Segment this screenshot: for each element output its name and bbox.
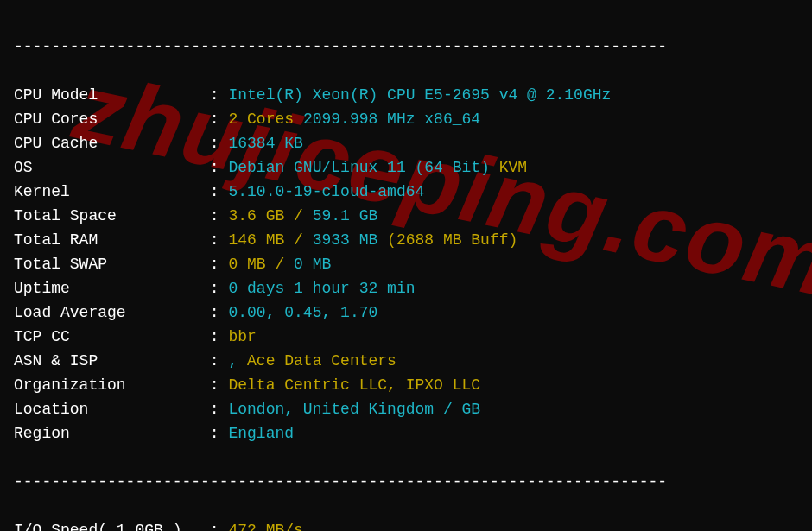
colon-separator: :	[210, 352, 229, 370]
sysinfo-value: London, United Kingdom / GB	[228, 401, 480, 418]
sysinfo-row: Kernel : 5.10.0-19-cloud-amd64	[14, 180, 798, 204]
colon-separator: :	[210, 111, 229, 128]
colon-separator: :	[210, 183, 229, 200]
sysinfo-value: 3933 MB	[313, 231, 387, 249]
iospeed-value: 472 MB/s	[228, 522, 302, 531]
colon-separator: :	[210, 86, 229, 104]
sysinfo-row: Location : London, United Kingdom / GB	[14, 397, 798, 421]
sysinfo-value: 0.00, 0.45, 1.70	[228, 304, 377, 321]
colon-separator: :	[210, 256, 229, 273]
sysinfo-label: Organization	[14, 376, 210, 394]
sysinfo-row: Total RAM : 146 MB / 3933 MB (2688 MB Bu…	[14, 228, 798, 252]
sysinfo-value: 0 days 1 hour 32 min	[228, 280, 415, 297]
iospeed-label: I/O Speed( 1.0GB )	[14, 522, 210, 531]
sysinfo-value: 59.1 GB	[313, 207, 378, 224]
colon-separator: :	[210, 159, 229, 176]
sysinfo-label: CPU Model	[14, 86, 210, 104]
sysinfo-row: CPU Model : Intel(R) Xeon(R) CPU E5-2695…	[14, 83, 798, 107]
sysinfo-label: ASN & ISP	[14, 352, 210, 370]
colon-separator: :	[210, 401, 229, 418]
sysinfo-value: Debian GNU/Linux 11 (64 Bit)	[228, 159, 498, 176]
sysinfo-row: ASN & ISP : , Ace Data Centers	[14, 349, 798, 373]
sysinfo-value: 0 MB	[294, 256, 331, 273]
sysinfo-value: 146 MB /	[228, 231, 312, 249]
colon-separator: :	[210, 207, 229, 224]
sysinfo-label: Kernel	[14, 183, 210, 200]
sysinfo-value: ,	[228, 352, 247, 370]
sysinfo-row: CPU Cache : 16384 KB	[14, 131, 798, 155]
terminal-output: ----------------------------------------…	[0, 0, 812, 531]
sysinfo-value: 5.10.0-19-cloud-amd64	[228, 183, 424, 200]
sysinfo-value: 3.6 GB /	[228, 207, 312, 224]
sysinfo-value: 0 MB /	[228, 256, 294, 273]
sysinfo-label: Total RAM	[14, 231, 210, 249]
colon-separator: :	[210, 135, 229, 152]
sysinfo-value: Intel(R) Xeon(R) CPU E5-2695 v4 @ 2.10GH…	[228, 86, 611, 104]
sysinfo-value: KVM	[499, 159, 527, 176]
sysinfo-value: 2099.998 MHz x86_64	[303, 111, 480, 128]
divider-top: ----------------------------------------…	[14, 35, 798, 59]
colon-separator: :	[210, 231, 229, 249]
io-speed-block: I/O Speed( 1.0GB ) : 472 MB/sI/O Speed( …	[14, 518, 798, 531]
sysinfo-value: Delta Centric LLC, IPXO LLC	[228, 376, 480, 394]
sysinfo-row: Load Average : 0.00, 0.45, 1.70	[14, 300, 798, 325]
sysinfo-label: CPU Cache	[14, 135, 210, 152]
sysinfo-row: Region : England	[14, 421, 798, 446]
sysinfo-label: Uptime	[14, 280, 210, 297]
system-info-block: CPU Model : Intel(R) Xeon(R) CPU E5-2695…	[14, 83, 798, 446]
sysinfo-row: Total SWAP : 0 MB / 0 MB	[14, 252, 798, 276]
sysinfo-label: Location	[14, 401, 210, 418]
sysinfo-row: Organization : Delta Centric LLC, IPXO L…	[14, 373, 798, 397]
sysinfo-row: OS : Debian GNU/Linux 11 (64 Bit) KVM	[14, 155, 798, 180]
sysinfo-label: TCP CC	[14, 328, 210, 345]
sysinfo-value: Ace Data Centers	[247, 352, 396, 370]
divider-mid: ----------------------------------------…	[14, 470, 798, 494]
sysinfo-label: CPU Cores	[14, 111, 210, 128]
sysinfo-label: Region	[14, 425, 210, 442]
colon-separator: :	[210, 376, 229, 394]
sysinfo-row: TCP CC : bbr	[14, 325, 798, 349]
colon-separator: :	[210, 425, 229, 442]
colon-separator: :	[210, 522, 229, 531]
sysinfo-value: 2 Cores	[228, 111, 302, 128]
sysinfo-label: Load Average	[14, 304, 210, 321]
sysinfo-value: (2688 MB Buff)	[387, 231, 517, 249]
sysinfo-label: Total Space	[14, 207, 210, 224]
sysinfo-label: OS	[14, 159, 210, 176]
sysinfo-row: CPU Cores : 2 Cores 2099.998 MHz x86_64	[14, 107, 798, 131]
sysinfo-row: Total Space : 3.6 GB / 59.1 GB	[14, 204, 798, 228]
colon-separator: :	[210, 280, 229, 297]
sysinfo-value: 16384 KB	[228, 135, 302, 152]
sysinfo-label: Total SWAP	[14, 256, 210, 273]
sysinfo-value: England	[228, 425, 294, 442]
sysinfo-value: bbr	[228, 328, 256, 345]
sysinfo-row: Uptime : 0 days 1 hour 32 min	[14, 276, 798, 300]
iospeed-row: I/O Speed( 1.0GB ) : 472 MB/s	[14, 518, 798, 531]
colon-separator: :	[210, 304, 229, 321]
colon-separator: :	[210, 328, 229, 345]
